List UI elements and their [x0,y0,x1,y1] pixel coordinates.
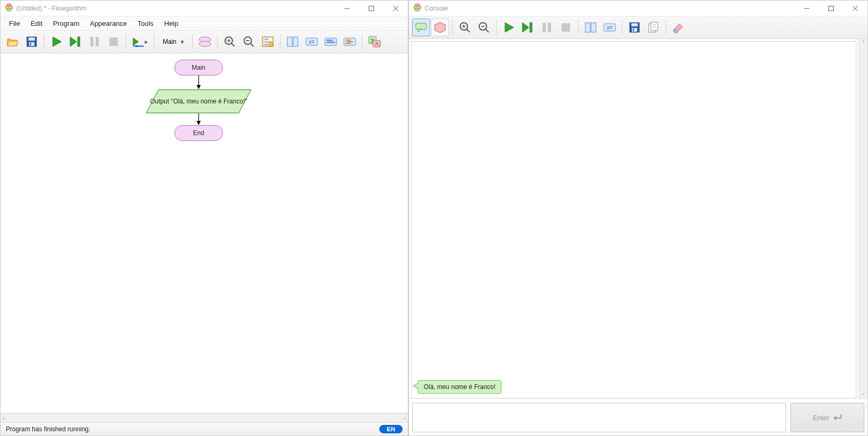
copy-output-button[interactable] [645,18,662,36]
speed-button[interactable] [129,33,151,51]
svg-line-70 [486,29,489,32]
stop-button[interactable] [105,33,123,51]
language-badge[interactable]: EN [379,425,403,433]
minimize-button[interactable] [335,1,359,16]
svg-rect-74 [530,23,532,32]
svg-text:x=: x= [606,25,613,31]
source-viewer-button[interactable] [341,33,359,51]
output-message: Olá, meu nome é Franco! [418,380,501,394]
pause-button[interactable] [538,18,556,36]
svg-rect-14 [90,37,94,46]
svg-rect-13 [78,37,80,46]
pause-button[interactable] [86,33,104,51]
run-button[interactable] [48,33,66,51]
variables-button[interactable]: x= [601,18,619,36]
svg-point-22 [199,41,211,46]
svg-rect-15 [96,37,99,46]
layout-windows-button[interactable] [284,33,302,51]
svg-rect-79 [591,23,596,32]
vertical-scrollbar[interactable]: ˄˅ [858,39,867,400]
zoom-out-button[interactable] [240,33,258,51]
close-button[interactable] [843,1,867,16]
add-function-button[interactable] [196,33,214,51]
menu-file[interactable]: File [4,17,25,30]
svg-rect-43 [346,40,351,41]
maximize-button[interactable] [359,1,384,16]
close-button[interactable] [384,1,408,16]
stop-button[interactable] [557,18,575,36]
separator [280,34,281,49]
text-mode-button[interactable] [431,18,449,36]
step-button[interactable] [67,33,85,51]
separator [44,34,44,49]
step-button[interactable] [519,18,537,36]
svg-rect-83 [631,23,638,26]
separator [496,20,497,35]
scroll-up-icon[interactable]: ˄ [862,40,865,46]
toolbar-console: x= [409,16,867,39]
svg-rect-35 [287,37,292,46]
console-button[interactable] [322,33,340,51]
menu-tools[interactable]: Tools [132,17,158,30]
svg-rect-41 [326,42,335,43]
run-button[interactable] [500,18,518,36]
svg-rect-57 [415,8,419,11]
maximize-button[interactable] [819,1,843,16]
open-button[interactable] [4,33,22,51]
console-input[interactable] [412,403,786,432]
svg-marker-72 [505,23,514,32]
svg-marker-64 [435,22,445,33]
function-selector[interactable]: Main ▼ [157,34,189,49]
svg-rect-40 [326,40,333,41]
flowchart-canvas[interactable]: Main Output "Olá, meu nome é Franco!" En… [1,53,408,413]
svg-rect-33 [264,44,268,45]
svg-line-66 [466,29,470,32]
separator [217,34,218,49]
menu-help[interactable]: Help [159,17,184,30]
separator [452,20,453,35]
svg-marker-20 [145,41,148,44]
svg-rect-18 [133,45,144,47]
menu-appearance[interactable]: Appearance [85,17,132,30]
svg-rect-36 [293,37,298,46]
zoom-in-button[interactable] [221,33,239,51]
svg-point-34 [269,42,273,46]
svg-rect-31 [264,39,268,40]
menu-program[interactable]: Program [48,17,85,30]
zoom-fit-button[interactable] [259,33,277,51]
clear-button[interactable] [669,18,687,36]
svg-marker-73 [522,23,529,32]
chat-mode-button[interactable] [412,18,430,36]
enter-button[interactable]: Enter [790,403,864,432]
svg-rect-44 [347,41,353,42]
menu-edit[interactable]: Edit [25,17,48,30]
output-message-text: Olá, meu nome é Franco! [424,383,496,391]
scroll-down-icon[interactable]: ˅ [862,393,865,399]
svg-rect-85 [633,29,634,31]
svg-rect-84 [632,28,637,32]
separator [362,34,362,49]
separator [192,34,193,49]
svg-marker-17 [133,38,138,45]
flowchart-output-node[interactable]: Output "Olá, meu nome é Franco!" [146,89,251,113]
translate-button[interactable]: 文A [366,33,384,51]
save-button[interactable] [23,33,41,51]
variables-button[interactable]: x= [303,33,321,51]
flowchart-end-node[interactable]: End [174,125,223,141]
scroll-left-icon[interactable]: ‹ [3,415,4,421]
console-output[interactable]: Olá, meu nome é Franco! [411,41,856,399]
app-icon [413,3,422,13]
window-controls [335,1,408,16]
minimize-button[interactable] [795,1,819,16]
flowchart-start-node[interactable]: Main [174,60,223,75]
svg-rect-56 [415,4,419,6]
scroll-right-icon[interactable]: › [404,415,406,421]
layout-windows-button[interactable] [582,18,600,36]
svg-text:A: A [375,41,378,46]
zoom-out-button[interactable] [475,18,493,36]
svg-rect-45 [346,43,351,44]
zoom-in-button[interactable] [456,18,474,36]
save-output-button[interactable] [626,18,643,36]
window-title: Console [425,5,795,12]
horizontal-scrollbar[interactable]: ‹› [1,413,408,422]
